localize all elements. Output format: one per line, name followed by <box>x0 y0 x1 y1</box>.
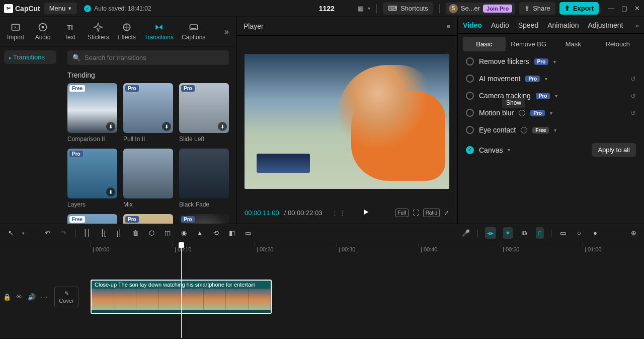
transition-item[interactable]: Pro⬇Pull In II <box>123 83 173 143</box>
layout-dropdown[interactable]: ▾ <box>368 6 370 11</box>
transition-item[interactable]: Pro⬇Slide Left <box>179 83 229 143</box>
tab-speed[interactable]: Speed <box>518 21 538 29</box>
transition-item[interactable]: Pro <box>123 214 173 224</box>
apply-all-button[interactable]: Apply to all <box>592 143 636 157</box>
link-tool[interactable]: ⧉ <box>520 229 529 238</box>
crop-tool[interactable]: ◧ <box>227 229 236 238</box>
player-menu-icon[interactable]: ≡ <box>446 23 450 30</box>
option-checkbox[interactable] <box>466 75 474 83</box>
chevron-down-icon[interactable]: ▾ <box>553 59 556 64</box>
close-button[interactable]: ✕ <box>634 5 640 12</box>
shield-tool[interactable]: ⬡ <box>147 229 156 238</box>
option-checkbox[interactable] <box>466 92 474 100</box>
tab-transitions[interactable]: Transitions <box>140 20 178 43</box>
share-button[interactable]: ⇪ Share <box>519 2 555 15</box>
transition-item[interactable]: Pro <box>179 214 229 224</box>
track-visible-icon[interactable]: 👁 <box>16 293 23 301</box>
download-icon[interactable]: ⬇ <box>106 187 115 196</box>
subtab-basic[interactable]: Basic <box>463 37 506 51</box>
option-checkbox[interactable] <box>466 146 474 154</box>
transition-item[interactable]: Free <box>67 214 117 224</box>
shortcuts-button[interactable]: ⌨ Shortcuts <box>383 2 433 15</box>
download-icon[interactable]: ⬇ <box>218 122 227 131</box>
menu-button[interactable]: Menu▼ <box>44 3 77 14</box>
preview-area[interactable] <box>236 36 457 203</box>
minimize-button[interactable]: — <box>608 5 614 12</box>
reset-icon[interactable]: ↺ <box>630 92 636 100</box>
tab-animation[interactable]: Animation <box>547 21 579 29</box>
full-button[interactable]: Full <box>395 209 409 217</box>
split-left-tool[interactable]: ⎮[ <box>99 229 108 238</box>
tab-stickers[interactable]: Stickers <box>84 20 113 43</box>
zoom-fit[interactable]: ⊕ <box>629 229 638 238</box>
user-account-button[interactable]: S Se...er Join Pro <box>446 3 515 15</box>
zoom-slider[interactable]: ● <box>591 229 600 238</box>
playback-tool[interactable]: ◉ <box>179 229 188 238</box>
zoom-out[interactable]: ○ <box>575 229 584 238</box>
rotate-tool[interactable]: ⟲ <box>211 229 220 238</box>
info-icon[interactable]: i <box>519 110 525 116</box>
track-content[interactable]: Close-up The son lay down watching his s… <box>70 255 644 338</box>
tab-text[interactable]: TIText <box>56 20 84 43</box>
fullscreen-icon[interactable]: ⤢ <box>444 209 449 217</box>
download-icon[interactable]: ⬇ <box>162 122 171 131</box>
pointer-tool[interactable]: ↖ <box>6 229 15 238</box>
undo-button[interactable]: ↶ <box>43 229 52 238</box>
play-button[interactable] <box>362 208 370 218</box>
subtab-mask[interactable]: Mask <box>552 37 595 51</box>
redo-button[interactable]: ↷ <box>59 229 68 238</box>
tab-import[interactable]: Import <box>2 20 29 43</box>
ratio-button[interactable]: Ratio <box>423 209 440 217</box>
maximize-button[interactable]: ▢ <box>621 5 627 12</box>
transition-item[interactable]: Pro⬇Layers <box>67 149 117 208</box>
subtab-remove-bg[interactable]: Remove BG <box>508 37 550 51</box>
chevron-down-icon[interactable]: ▾ <box>554 127 556 133</box>
playhead[interactable] <box>181 242 182 338</box>
transition-item[interactable]: Mix <box>123 149 173 208</box>
track-mute-icon[interactable]: 🔊 <box>28 293 36 301</box>
tab-audio[interactable]: Audio <box>29 20 56 43</box>
snap-tool-1[interactable]: ◂▸ <box>485 227 496 239</box>
layout-icon[interactable]: ▦ <box>358 5 364 12</box>
magnet-tool[interactable]: ⎍ <box>536 227 544 239</box>
tab-audio-prop[interactable]: Audio <box>491 21 509 29</box>
search-box[interactable]: 🔍 <box>67 50 229 65</box>
transition-item[interactable]: Free⬇Comparison II <box>67 83 117 143</box>
chevron-down-icon[interactable]: ▾ <box>550 110 552 116</box>
tab-captions[interactable]: Captions <box>178 20 209 43</box>
delete-tool[interactable]: 🗑 <box>131 229 140 238</box>
option-checkbox[interactable] <box>466 109 474 117</box>
caption-tool[interactable]: ▭ <box>244 229 253 238</box>
snap-tool-2[interactable]: ✦ <box>503 227 513 239</box>
reset-icon[interactable]: ↺ <box>630 109 636 117</box>
expand-tabs-button[interactable]: » <box>219 24 234 39</box>
tab-adjustment[interactable]: Adjustment <box>588 21 623 29</box>
tab-effects[interactable]: Effects <box>113 20 140 43</box>
split-right-tool[interactable]: ]⎮ <box>115 229 124 238</box>
chevron-down-icon[interactable]: ▾ <box>545 76 547 82</box>
reset-icon[interactable]: ↺ <box>630 75 636 83</box>
split-tool[interactable]: ⎮⎮ <box>83 229 92 238</box>
subtab-retouch[interactable]: Retouch <box>597 37 639 51</box>
download-icon[interactable]: ⬇ <box>106 122 115 131</box>
mic-tool[interactable]: 🎤 <box>461 229 470 238</box>
timeline-ruler[interactable]: | 00:00| 00:10| 00:20| 00:30| 00:40| 00:… <box>0 242 644 255</box>
transition-item[interactable]: Black Fade <box>179 149 229 208</box>
info-icon[interactable]: i <box>521 127 527 133</box>
chevron-down-icon[interactable]: ▾ <box>508 147 510 153</box>
pointer-dropdown[interactable]: ▾ <box>22 231 25 236</box>
preview-tool[interactable]: ▭ <box>558 229 568 238</box>
chevron-down-icon[interactable]: ▾ <box>555 93 557 99</box>
frames-tool[interactable]: ◫ <box>163 229 172 238</box>
sidebar-item-transitions[interactable]: Transitions <box>4 50 56 64</box>
crop-icon[interactable]: ⛶ <box>413 209 419 217</box>
mirror-tool[interactable]: ▲ <box>195 229 204 238</box>
tab-video[interactable]: Video <box>463 21 482 29</box>
export-button[interactable]: ⬆ Export <box>559 2 599 15</box>
option-checkbox[interactable] <box>466 57 474 65</box>
option-checkbox[interactable] <box>466 126 474 134</box>
search-input[interactable] <box>85 54 224 61</box>
track-lock-icon[interactable]: 🔒 <box>3 293 11 301</box>
panel-expand-icon[interactable]: » <box>635 22 639 29</box>
track-more-icon[interactable]: ⋯ <box>41 293 47 301</box>
